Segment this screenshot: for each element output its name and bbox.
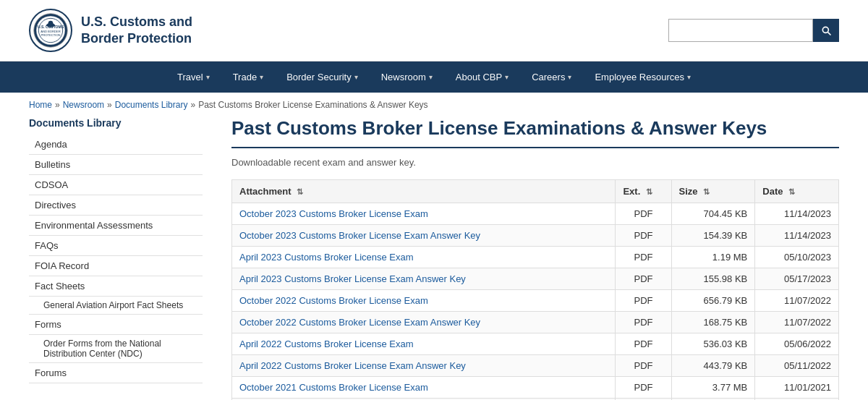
- ext-cell: PDF: [616, 203, 671, 225]
- sidebar-item-forums[interactable]: Forums: [29, 363, 203, 383]
- col-header-date[interactable]: Date ⇅: [755, 180, 839, 203]
- ext-cell: PDF: [616, 312, 671, 333]
- sidebar-item-environmental-assessments[interactable]: Environmental Assessments: [29, 216, 203, 236]
- ext-cell: PDF: [616, 247, 671, 268]
- nav-label: Trade: [233, 72, 257, 82]
- ext-cell: PDF: [616, 290, 671, 312]
- table-row: October 2021 Customs Broker License Exam…: [232, 377, 839, 399]
- ext-cell: PDF: [616, 377, 671, 399]
- chevron-down-icon: ▾: [687, 73, 691, 81]
- ext-cell: PDF: [616, 355, 671, 377]
- sidebar-item-agenda[interactable]: Agenda: [29, 135, 203, 155]
- col-header-ext[interactable]: Ext. ⇅: [616, 180, 671, 203]
- search-input[interactable]: [668, 19, 813, 42]
- nav-item-newsroom[interactable]: Newsroom ▾: [370, 61, 444, 93]
- breadcrumb-separator: »: [190, 100, 195, 110]
- table-header-row: Attachment ⇅ Ext. ⇅ Size ⇅ Date ⇅: [232, 180, 839, 203]
- nav-label: Newsroom: [381, 72, 426, 82]
- date-cell: 11/07/2022: [755, 290, 839, 312]
- nav-label: About CBP: [456, 72, 502, 82]
- chevron-down-icon: ▾: [354, 73, 358, 81]
- sidebar-item-cdsoa[interactable]: CDSOA: [29, 175, 203, 195]
- table-row: October 2022 Customs Broker License Exam…: [232, 290, 839, 312]
- table-row: April 2023 Customs Broker License ExamPD…: [232, 247, 839, 268]
- agency-name: U.S. Customs andBorder Protection: [81, 14, 192, 48]
- size-cell: 1.19 MB: [671, 247, 755, 268]
- date-cell: 11/14/2023: [755, 225, 839, 247]
- date-cell: 05/06/2022: [755, 333, 839, 355]
- size-cell: 168.75 KB: [671, 312, 755, 333]
- exam-link[interactable]: April 2023 Customs Broker License Exam A…: [239, 273, 466, 284]
- chevron-down-icon: ▾: [206, 73, 210, 81]
- breadcrumb-separator: »: [55, 100, 60, 110]
- page-subtitle: Downloadable recent exam and answer key.: [231, 157, 839, 168]
- date-cell: 11/01/2021: [755, 377, 839, 399]
- exam-link[interactable]: April 2023 Customs Broker License Exam: [239, 252, 414, 263]
- table-row: October 2023 Customs Broker License Exam…: [232, 225, 839, 247]
- date-cell: 05/10/2023: [755, 247, 839, 268]
- main-nav: Travel ▾ Trade ▾ Border Security ▾ Newsr…: [0, 61, 868, 93]
- main-content: Past Customs Broker License Examinations…: [217, 117, 839, 400]
- chevron-down-icon: ▾: [505, 73, 509, 81]
- sidebar-item-general-aviation[interactable]: General Aviation Airport Fact Sheets: [29, 297, 203, 315]
- nav-label: Travel: [177, 72, 203, 82]
- chevron-down-icon: ▾: [568, 73, 571, 81]
- breadcrumb-separator: »: [107, 100, 112, 110]
- page-title: Past Customs Broker License Examinations…: [231, 117, 839, 148]
- search-area: [668, 19, 839, 42]
- size-cell: 155.98 KB: [671, 268, 755, 290]
- col-header-attachment[interactable]: Attachment ⇅: [232, 180, 616, 203]
- ext-cell: PDF: [616, 333, 671, 355]
- ext-cell: PDF: [616, 225, 671, 247]
- search-button[interactable]: [813, 19, 839, 42]
- size-cell: 536.03 KB: [671, 333, 755, 355]
- table-row: October 2023 Customs Broker License Exam…: [232, 203, 839, 225]
- nav-item-trade[interactable]: Trade ▾: [221, 61, 275, 93]
- nav-item-about-cbp[interactable]: About CBP ▾: [444, 61, 520, 93]
- exams-table: Attachment ⇅ Ext. ⇅ Size ⇅ Date ⇅ Octobe…: [231, 179, 839, 400]
- table-row: April 2022 Customs Broker License ExamPD…: [232, 333, 839, 355]
- exam-link[interactable]: October 2023 Customs Broker License Exam: [239, 208, 428, 219]
- sort-icon: ⇅: [788, 187, 795, 196]
- svg-text:PROTECTION: PROTECTION: [41, 33, 60, 37]
- nav-label: Employee Resources: [595, 72, 684, 82]
- sort-icon: ⇅: [297, 187, 303, 196]
- size-cell: 3.77 MB: [671, 377, 755, 399]
- exam-link[interactable]: October 2021 Customs Broker License Exam: [239, 382, 428, 393]
- sidebar-item-forms[interactable]: Forms: [29, 315, 203, 335]
- ext-cell: PDF: [616, 268, 671, 290]
- sort-icon: ⇅: [646, 187, 652, 196]
- nav-item-careers[interactable]: Careers ▾: [520, 61, 583, 93]
- sidebar-item-order-forms[interactable]: Order Forms from the National Distributi…: [29, 335, 203, 363]
- date-cell: 05/17/2023: [755, 268, 839, 290]
- logo-area: U.S. CUSTOMS AND BORDER PROTECTION U.S. …: [29, 9, 192, 52]
- main-layout: Documents Library Agenda Bulletins CDSOA…: [0, 117, 868, 400]
- table-row: April 2023 Customs Broker License Exam A…: [232, 268, 839, 290]
- exam-link[interactable]: April 2022 Customs Broker License Exam A…: [239, 360, 466, 371]
- col-header-size[interactable]: Size ⇅: [671, 180, 755, 203]
- exam-link[interactable]: October 2023 Customs Broker License Exam…: [239, 230, 480, 241]
- size-cell: 443.79 KB: [671, 355, 755, 377]
- exam-link[interactable]: April 2022 Customs Broker License Exam: [239, 339, 414, 349]
- page-header: U.S. CUSTOMS AND BORDER PROTECTION U.S. …: [0, 0, 868, 61]
- exam-link[interactable]: October 2022 Customs Broker License Exam: [239, 295, 428, 306]
- sidebar-item-faqs[interactable]: FAQs: [29, 236, 203, 256]
- sidebar-item-foia-record[interactable]: FOIA Record: [29, 256, 203, 276]
- sort-icon: ⇅: [703, 187, 710, 196]
- nav-item-travel[interactable]: Travel ▾: [166, 61, 221, 93]
- nav-label: Careers: [532, 72, 565, 82]
- sidebar-item-bulletins[interactable]: Bulletins: [29, 155, 203, 175]
- sidebar-item-directives[interactable]: Directives: [29, 195, 203, 216]
- breadcrumb-documents-library[interactable]: Documents Library: [115, 100, 188, 110]
- breadcrumb-home[interactable]: Home: [29, 100, 52, 110]
- nav-item-border-security[interactable]: Border Security ▾: [275, 61, 370, 93]
- sidebar-item-fact-sheets[interactable]: Fact Sheets: [29, 276, 203, 297]
- breadcrumb-newsroom[interactable]: Newsroom: [63, 100, 104, 110]
- breadcrumb-current: Past Customs Broker License Examinations…: [198, 100, 427, 110]
- exam-link[interactable]: October 2022 Customs Broker License Exam…: [239, 317, 480, 328]
- nav-item-employee-resources[interactable]: Employee Resources ▾: [583, 61, 702, 93]
- size-cell: 656.79 KB: [671, 290, 755, 312]
- size-cell: 704.45 KB: [671, 203, 755, 225]
- table-row: April 2022 Customs Broker License Exam A…: [232, 355, 839, 377]
- sidebar-title: Documents Library: [29, 117, 203, 129]
